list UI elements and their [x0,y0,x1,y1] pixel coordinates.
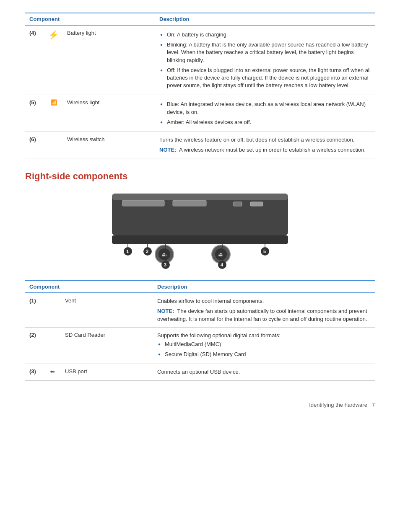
svg-rect-5 [234,202,242,206]
list-item: Off: If the device is plugged into an ex… [159,65,371,91]
list-item: MultiMediaCard (MMC) [157,339,371,349]
table-row: (2) SD Card Reader Supports the followin… [25,327,375,364]
row-num: (5) [25,95,44,132]
row-num: (4) [25,25,44,95]
row-num: (1) [25,293,44,327]
note-label: NOTE: [157,308,174,314]
page-number: 7 [372,402,375,408]
row-icon-empty [44,132,63,158]
top-col1-header: Component [25,13,155,25]
bottom-col2-header: Description [153,281,375,293]
row-num: (3) [25,364,44,380]
list-item: Secure Digital (SD) Memory Card [157,349,371,359]
desc-text: Supports the following optional digital … [157,332,371,339]
svg-text:2: 2 [146,249,148,254]
list-item: On: A battery is charging. [159,30,371,40]
laptop-diagram: ⏏ ⏏ 1 2 3 4 5 [25,189,375,270]
svg-text:⏏: ⏏ [218,251,223,258]
table-row: (4) ⚡ Battery light On: A battery is cha… [25,25,375,95]
row-icon-empty [44,293,61,327]
desc-text: Enables airflow to cool internal compone… [157,297,371,305]
svg-rect-4 [250,202,263,206]
note-block: NOTE: The device fan starts up automatic… [157,307,371,323]
row-component-name: Battery light [63,25,155,95]
footer-spacer [367,402,372,408]
wireless-icon: 📶 [44,95,63,132]
page-footer: Identifying the hardware 7 [25,398,375,408]
row-component-name: Wireless switch [63,132,155,158]
table-row: (5) 📶 Wireless light Blue: An integrated… [25,95,375,132]
row-description: Turns the wireless feature on or off, bu… [155,132,375,158]
svg-rect-3 [173,200,206,206]
row-component-name: SD Card Reader [61,327,153,364]
row-num: (2) [25,327,44,364]
row-description: Enables airflow to cool internal compone… [153,293,375,327]
table-row: (1) Vent Enables airflow to cool interna… [25,293,375,327]
svg-text:3: 3 [164,262,166,267]
svg-text:1: 1 [126,249,129,254]
svg-text:5: 5 [263,249,266,254]
battery-icon: ⚡ [44,25,63,95]
desc-text: Connects an optional USB device. [157,368,371,376]
section-heading: Right-side components [25,171,375,182]
svg-rect-2 [122,200,164,206]
row-component-name: Vent [61,293,153,327]
top-col2-header: Description [155,13,375,25]
row-description: Supports the following optional digital … [153,327,375,364]
desc-text: Turns the wireless feature on or off, bu… [159,136,371,144]
diagram-svg: ⏏ ⏏ 1 2 3 4 5 [99,189,301,269]
row-description: Connects an optional USB device. [153,364,375,380]
svg-rect-6 [112,235,288,244]
bottom-col1-header: Component [25,281,153,293]
list-item: Blinking: A battery that is the only ava… [159,40,371,65]
row-icon-empty [44,327,61,364]
bottom-component-table: Component Description (1) Vent Enables a… [25,280,375,380]
table-row: (3) ⬅ USB port Connects an optional USB … [25,364,375,380]
list-item: Blue: An integrated wireless device, suc… [159,99,371,117]
row-num: (6) [25,132,44,158]
list-item: Amber: All wireless devices are off. [159,117,371,127]
row-description: Blue: An integrated wireless device, suc… [155,95,375,132]
svg-rect-1 [112,194,288,200]
usb-icon: ⬅ [44,364,61,380]
row-component-name: USB port [61,364,153,380]
svg-text:4: 4 [221,262,223,267]
note-block: NOTE: A wireless network must be set up … [159,146,371,154]
svg-text:⏏: ⏏ [161,251,167,258]
footer-text: Identifying the hardware [309,402,367,408]
row-description: On: A battery is charging. Blinking: A b… [155,25,375,95]
note-label: NOTE: [159,147,176,153]
row-component-name: Wireless light [63,95,155,132]
table-row: (6) Wireless switch Turns the wireless f… [25,132,375,158]
top-component-table: Component Description (4) ⚡ Battery ligh… [25,13,375,158]
